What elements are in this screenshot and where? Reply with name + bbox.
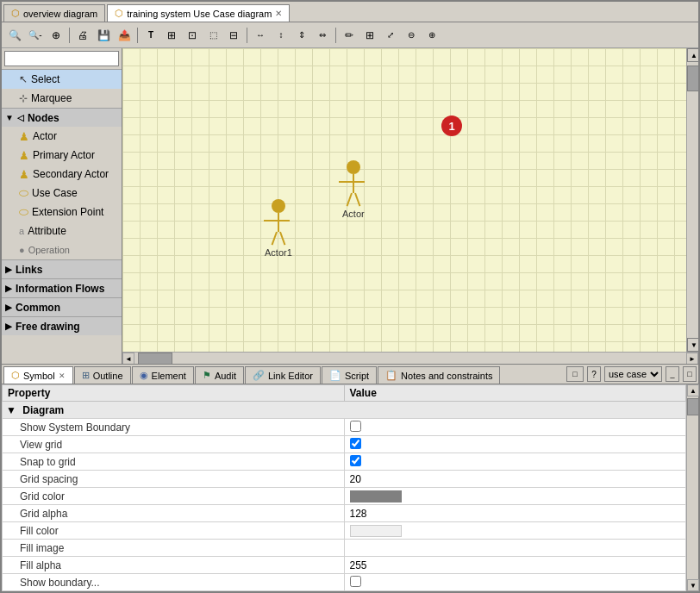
left-panel: ↖ Select ⊹ Marquee ▼ ◁ Nodes ♟ Actor ♟ P… [2, 48, 122, 364]
script-tab-label: Script [345, 371, 369, 381]
palette-section-nodes[interactable]: ▼ ◁ Nodes [2, 108, 122, 127]
scroll-left-btn[interactable]: ◄ [122, 353, 134, 364]
element-tab-label: Element [152, 371, 186, 381]
toolbar-resize[interactable]: ⤢ [381, 26, 400, 45]
props-scroll-up[interactable]: ▲ [687, 384, 699, 396]
print-button[interactable]: 🖨 [73, 26, 92, 45]
tab-notes[interactable]: 📋 Notes and constraints [378, 366, 500, 384]
toolbar-t4[interactable]: ⬚ [203, 26, 222, 45]
toolbar-grid[interactable]: ⊞ [162, 26, 181, 45]
symbol-tab-label: Symbol [23, 371, 55, 381]
tab-script[interactable]: 📄 Script [322, 366, 377, 384]
scroll-right-btn[interactable]: ► [686, 353, 698, 364]
outline-tab-label: Outline [93, 371, 123, 381]
scroll-down-btn[interactable]: ▼ [687, 338, 698, 352]
palette-item-use-case[interactable]: ⬭ Use Case [2, 184, 122, 203]
palette-item-actor[interactable]: ♟ Actor [2, 127, 122, 146]
palette-search-area [2, 48, 122, 70]
tab-link-editor[interactable]: 🔗 Link Editor [245, 366, 321, 384]
scroll-up-btn[interactable]: ▲ [687, 48, 698, 62]
prop-value-fill-alpha: 255 [344, 557, 686, 574]
section-collapse-icon[interactable]: ▼ [6, 404, 16, 416]
toolbar-arr4[interactable]: ⇔ [313, 26, 332, 45]
toolbar-arr2[interactable]: ↕ [272, 26, 291, 45]
prop-label-show-system: Show System Boundary [3, 419, 345, 436]
tab-bar: ⬡ overview diagram ⬡ training system Use… [2, 2, 698, 22]
palette-search-input[interactable] [4, 51, 119, 66]
links-expand-icon: ▶ [5, 265, 12, 274]
dropdown-usecase[interactable]: use case [604, 366, 662, 382]
tab-overview[interactable]: ⬡ overview diagram [3, 4, 105, 22]
toolbar-t3[interactable]: ⊡ [183, 26, 202, 45]
canvas[interactable]: Actor1 Actor [122, 48, 686, 352]
scroll-thumb-bottom[interactable] [138, 353, 172, 364]
palette-section-info-flows[interactable]: ▶ Information Flows [2, 278, 122, 297]
actor2-label: Actor [342, 209, 365, 219]
zoom-actual-button[interactable]: ⊕ [47, 26, 66, 45]
save-button[interactable]: 💾 [94, 26, 113, 45]
select-icon: ↖ [19, 73, 28, 85]
tab-element[interactable]: ◉ Element [132, 366, 194, 384]
tab-outline[interactable]: ⊞ Outline [74, 366, 131, 384]
toolbar-grid2[interactable]: ⊞ [360, 26, 379, 45]
canvas-scrollbar-bottom[interactable]: ◄ ► [122, 352, 698, 364]
training-tab-close[interactable]: ✕ [275, 9, 282, 18]
canvas-scrollbar-right[interactable]: ▲ ▼ [686, 48, 698, 352]
maximize-panel-btn[interactable]: □ [683, 366, 697, 382]
toolbar-arr3[interactable]: ⇕ [292, 26, 311, 45]
operation-icon: ● [19, 245, 25, 255]
export-button[interactable]: 📤 [115, 26, 134, 45]
toolbar: 🔍 🔍- ⊕ 🖨 💾 📤 T ⊞ ⊡ ⬚ ⊟ ↔ ↕ ⇕ ⇔ ✏ ⊞ ⤢ ⊖ ⊕ [2, 22, 698, 48]
props-scroll-thumb[interactable] [687, 398, 699, 415]
palette-marquee-tool[interactable]: ⊹ Marquee [2, 89, 122, 108]
checkbox-show-system[interactable] [350, 421, 361, 432]
zoom-in-button[interactable]: 🔍 [5, 26, 24, 45]
palette-section-common[interactable]: ▶ Common [2, 297, 122, 316]
toolbar-plus[interactable]: ⊕ [422, 26, 441, 45]
prop-grid-color: Grid color [3, 488, 686, 505]
checkbox-view-grid[interactable] [350, 438, 361, 449]
tab-audit[interactable]: ⚑ Audit [195, 366, 244, 384]
actor2-figure[interactable]: Actor [342, 160, 365, 219]
links-label: Links [16, 264, 42, 276]
link-tab-icon: 🔗 [253, 370, 265, 381]
grid-color-swatch[interactable] [350, 490, 402, 502]
actor1-figure[interactable]: Actor1 [265, 199, 292, 258]
nodes-collapse-icon: ◁ [17, 113, 24, 122]
toolbar-t5[interactable]: ⊟ [224, 26, 243, 45]
palette-item-primary-actor[interactable]: ♟ Primary Actor [2, 146, 122, 165]
prop-label-fill-alpha: Fill alpha [3, 557, 345, 574]
prop-grid-alpha: Grid alpha 128 [3, 505, 686, 522]
props-scrollbar[interactable]: ▲ ▼ [686, 384, 698, 591]
minimize-panel-btn[interactable]: _ [666, 366, 679, 382]
palette-select-tool[interactable]: ↖ Select [2, 70, 122, 89]
palette-item-operation[interactable]: ● Operation [2, 240, 122, 259]
panel-expand-btn[interactable]: □ [566, 366, 584, 382]
zoom-out-button[interactable]: 🔍- [26, 26, 45, 45]
palette-item-attribute[interactable]: a Attribute [2, 222, 122, 240]
props-scroll-down[interactable]: ▼ [687, 579, 699, 591]
toolbar-pencil[interactable]: ✏ [340, 26, 359, 45]
checkbox-show-boundary[interactable] [350, 576, 361, 587]
fill-color-swatch[interactable] [350, 525, 402, 537]
infoflows-expand-icon: ▶ [5, 284, 12, 293]
toolbar-arr1[interactable]: ↔ [251, 26, 270, 45]
tab-training[interactable]: ⬡ training system Use Case diagram ✕ [107, 4, 290, 22]
palette-section-links[interactable]: ▶ Links [2, 259, 122, 278]
tab-symbol[interactable]: ⬡ Symbol ✕ [3, 366, 73, 384]
audit-tab-label: Audit [215, 371, 236, 381]
toolbar-t1[interactable]: T [141, 26, 160, 45]
checkbox-snap[interactable] [350, 455, 361, 466]
nodes-expand-icon: ▼ [5, 113, 14, 122]
common-expand-icon: ▶ [5, 303, 12, 312]
palette-item-secondary-actor[interactable]: ♟ Secondary Actor [2, 165, 122, 184]
palette-section-free-drawing[interactable]: ▶ Free drawing [2, 316, 122, 335]
scroll-thumb-right[interactable] [687, 66, 698, 91]
palette-item-extension-point[interactable]: ⬭ Extension Point [2, 203, 122, 222]
actor1-leg-right [279, 232, 285, 246]
symbol-tab-close[interactable]: ✕ [59, 371, 66, 380]
prop-fill-color: Fill color [3, 522, 686, 540]
element-tab-icon: ◉ [140, 370, 148, 381]
toolbar-minus[interactable]: ⊖ [402, 26, 421, 45]
help-btn[interactable]: ? [587, 366, 601, 382]
